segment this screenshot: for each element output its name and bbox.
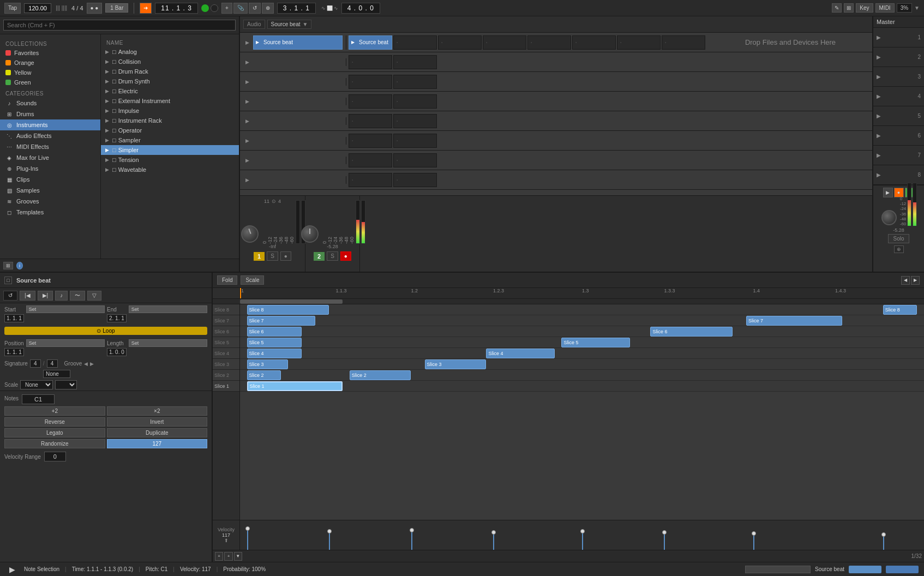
sidebar-item-clips[interactable]: ▦ Clips <box>0 174 100 185</box>
note-slice5-2[interactable]: Slice 5 <box>561 338 629 347</box>
scroll-thumb[interactable] <box>240 299 343 304</box>
sidebar-item-max-for-live[interactable]: ◈ Max for Live <box>0 152 100 163</box>
note-reverse-btn[interactable]: Reverse <box>4 417 105 427</box>
add-btn[interactable]: + <box>221 3 232 14</box>
browser-item-impulse[interactable]: ▶ □ Impulse <box>101 106 239 116</box>
settings-btn[interactable]: ⊕ <box>262 3 274 14</box>
pos-val[interactable]: 1. 1. 1 <box>4 348 24 356</box>
track-play-2[interactable]: ▶ <box>243 58 251 66</box>
browser-item-ext-instrument[interactable]: ▶ □ External Instrument <box>101 96 239 106</box>
key-slice1[interactable]: Slice 1 <box>213 381 239 392</box>
grid-btn[interactable]: ⊞ <box>844 3 854 13</box>
note-slice6-2[interactable]: Slice 6 <box>650 327 732 337</box>
pos-set-btn[interactable]: Set <box>26 339 105 347</box>
track-play-4[interactable]: ▶ <box>243 98 251 105</box>
collection-yellow[interactable]: Yellow <box>0 68 100 77</box>
clip-8b[interactable]: · <box>393 173 437 187</box>
ch1-volume-knob[interactable] <box>241 225 259 243</box>
empty-clip-1a[interactable]: · <box>393 35 437 50</box>
ch2-solo-btn[interactable]: S <box>327 251 338 261</box>
clip-3a[interactable]: · <box>349 75 392 89</box>
note-slice3-2[interactable]: Slice 3 <box>425 359 487 369</box>
note-slice4-2[interactable]: Slice 4 <box>486 349 554 358</box>
clip-3b[interactable]: · <box>393 75 437 89</box>
end-val[interactable]: 2. 1. 1 <box>107 314 127 322</box>
scale-btn[interactable]: Scale <box>241 275 264 285</box>
clip-4b[interactable]: · <box>393 94 437 109</box>
browser-toggle-btn[interactable]: ⊞ <box>3 262 13 269</box>
empty-clip-1c[interactable]: · <box>483 35 526 50</box>
pencil-btn[interactable]: ✎ <box>832 3 842 13</box>
key-slice6[interactable]: Slice 6 <box>213 326 239 337</box>
track-play-1[interactable]: ▶ <box>243 39 251 46</box>
note-slice1-selected[interactable]: Slice 1 <box>247 381 343 391</box>
browser-item-instrument-rack[interactable]: ▶ □ Instrument Rack <box>101 116 239 125</box>
sig-den[interactable]: 4 <box>47 359 58 368</box>
note-127-btn[interactable]: 127 <box>107 439 208 448</box>
note-randomize-btn[interactable]: Randomize <box>4 439 105 448</box>
track-play-8[interactable]: ▶ <box>243 176 251 184</box>
clip-4a[interactable]: · <box>349 94 392 109</box>
ch1-number-btn[interactable]: 1 <box>254 252 265 261</box>
note-duplicate-btn[interactable]: Duplicate <box>107 428 208 437</box>
collection-favorites[interactable]: Favorites <box>0 48 100 58</box>
track-play-5[interactable]: ▶ <box>243 117 251 125</box>
groove-right-btn[interactable]: ▶ <box>90 361 94 367</box>
key-slice8[interactable]: Slice 8 <box>213 304 239 315</box>
ch1-mute-btn[interactable]: ● <box>280 251 291 261</box>
clip-7a[interactable]: · <box>349 153 392 167</box>
sidebar-item-audio-effects[interactable]: ⋱ Audio Effects <box>0 130 100 141</box>
midi-btn-2[interactable]: ▽ <box>87 291 101 301</box>
note-plus2-btn[interactable]: +2 <box>4 406 105 416</box>
clip-color-box[interactable]: □ <box>4 277 12 284</box>
empty-clip-1f[interactable]: · <box>617 35 661 50</box>
clip-5b[interactable]: · <box>393 114 437 128</box>
sidebar-item-samples[interactable]: ▧ Samples <box>0 185 100 196</box>
browser-info-btn[interactable]: i <box>16 262 23 269</box>
clip-7b[interactable]: · <box>393 153 437 167</box>
browser-item-drum-rack[interactable]: ▶ □ Drum Rack <box>101 67 239 76</box>
nav-right-btn[interactable]: ▶ <box>911 276 920 285</box>
velocity-bars[interactable] <box>240 520 924 550</box>
note-slice8-1[interactable]: Slice 8 <box>247 305 329 315</box>
browser-item-drum-synth[interactable]: ▶ □ Drum Synth <box>101 76 239 86</box>
track-play-6[interactable]: ▶ <box>243 137 251 145</box>
browser-item-wavetable[interactable]: ▶ □ Wavetable <box>101 165 239 175</box>
master-volume-knob[interactable] <box>881 210 897 225</box>
midi-btn[interactable]: MIDI <box>875 3 895 13</box>
loop-bar[interactable]: ⊙ Loop <box>4 327 207 335</box>
scale-select[interactable]: None <box>20 380 53 389</box>
collection-green[interactable]: Green <box>0 77 100 87</box>
key-slice3[interactable]: Slice 3 <box>213 359 239 370</box>
collection-orange[interactable]: Orange <box>0 58 100 68</box>
clip-2b[interactable]: · <box>393 55 437 69</box>
end-set-btn[interactable]: Set <box>129 305 207 313</box>
browser-item-electric[interactable]: ▶ □ Electric <box>101 86 239 96</box>
sidebar-item-instruments[interactable]: ◎ Instruments <box>0 119 100 130</box>
len-set-btn[interactable]: Set <box>129 339 207 347</box>
empty-clip-1e[interactable]: · <box>572 35 616 50</box>
pr-zoom-up[interactable]: + <box>215 552 223 561</box>
clip-2a[interactable]: · <box>349 55 392 69</box>
bpm-display[interactable]: 120.00 <box>24 3 51 13</box>
ch2-volume-knob[interactable] <box>301 225 319 243</box>
loop-small-btn[interactable]: ↺ <box>3 291 17 301</box>
sidebar-item-plugins[interactable]: ⊕ Plug-Ins <box>0 163 100 174</box>
nav-left-btn[interactable]: ◀ <box>901 276 910 285</box>
clip-8a[interactable]: · <box>349 173 392 187</box>
sidebar-item-grooves[interactable]: ≋ Grooves <box>0 196 100 207</box>
fold-btn[interactable]: Fold <box>217 275 237 285</box>
ch2-number-btn[interactable]: 2 <box>314 252 325 261</box>
browser-item-analog[interactable]: ▶ □ Analog <box>101 47 239 57</box>
sidebar-item-drums[interactable]: ⊞ Drums <box>0 109 100 119</box>
note-slice6-1[interactable]: Slice 6 <box>247 327 302 337</box>
ch2-rec-btn[interactable]: ● <box>340 251 351 261</box>
len-val[interactable]: 1. 0. 0 <box>107 348 127 356</box>
empty-clip-1d[interactable]: · <box>527 35 571 50</box>
clip-btn[interactable]: 📎 <box>233 3 248 14</box>
track-play-3[interactable]: ▶ <box>243 78 251 86</box>
metro-btn[interactable]: ● ● <box>87 3 103 14</box>
note-slice4-1[interactable]: Slice 4 <box>247 349 302 358</box>
clip-6a[interactable]: · <box>349 134 392 148</box>
note-invert-btn[interactable]: Invert <box>107 417 208 427</box>
